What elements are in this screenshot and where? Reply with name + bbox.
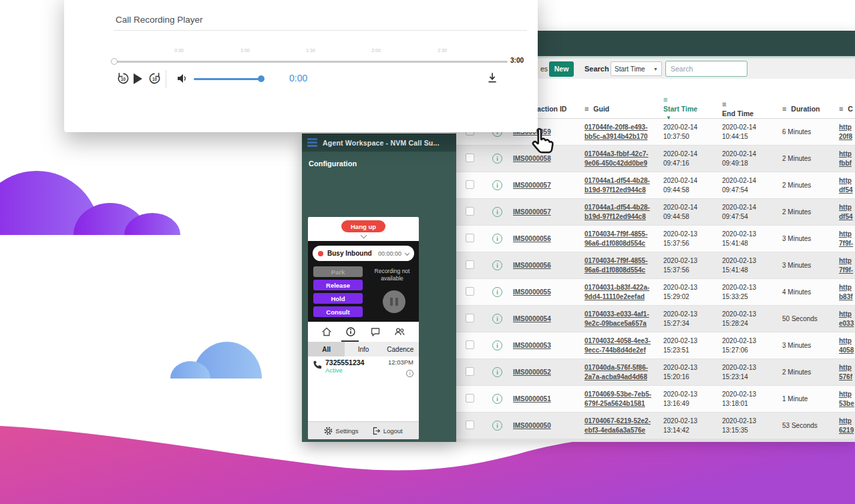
row-info-icon[interactable]: i [492,314,502,324]
row-checkbox[interactable] [466,154,474,162]
row-info-icon[interactable]: i [492,287,502,297]
row-info-icon[interactable]: i [492,180,502,190]
row-info-icon[interactable]: i [492,340,502,350]
seek-handle[interactable] [111,58,118,65]
elapsed-time: 0:00 [289,73,307,83]
chat-icon[interactable] [370,326,381,337]
park-button[interactable]: Park [313,266,363,277]
chevron-down-icon[interactable] [360,232,367,239]
pause-recording-button[interactable] [383,290,405,313]
download-button[interactable] [486,71,498,84]
tab-cadence[interactable]: Cadence [382,342,419,356]
interaction-id-link[interactable]: IMS0000054 [513,315,551,322]
row-checkbox[interactable] [466,260,474,269]
guid-link[interactable]: 017044a3-fbbf-42c7-9e06-450c42dd0be9 [584,150,663,168]
content-link[interactable]: httpe033 [839,310,855,328]
people-icon[interactable] [394,326,405,337]
row-checkbox[interactable] [466,340,474,349]
hold-button[interactable]: Hold [313,293,363,304]
guid-link[interactable]: 01704069-53be-7eb5-679f-25a5624b1581 [584,390,663,408]
interaction-id-link[interactable]: IMS0000057 [513,208,551,216]
volume-icon[interactable] [176,73,188,84]
volume-slider[interactable] [194,78,261,80]
row-info-icon[interactable]: i [492,260,502,270]
interaction-id-link[interactable]: IMS0000055 [513,288,551,296]
row-info-icon[interactable]: i [492,367,502,377]
row-checkbox[interactable] [466,207,474,216]
call-info-icon[interactable]: i [406,370,413,377]
table-row: i IMS0000057 017044a1-df54-4b28-b19d-97f… [456,172,855,199]
column-header-duration[interactable]: ≡ Duration [781,105,839,113]
duration-cell: 3 Minutes [781,235,839,242]
column-header-start-time[interactable]: ≡ Start Time ▼ [663,95,722,123]
volume-handle[interactable] [258,75,265,82]
call-status-pill[interactable]: Busy Inbound 00:00:00 [313,246,414,261]
tab-info[interactable]: Info [345,342,381,356]
guid-link[interactable]: 01704031-b83f-422a-9dd4-11110e2eefad [584,283,663,301]
interaction-id-link[interactable]: IMS0000050 [513,422,551,429]
interaction-id-link[interactable]: IMS0000056 [513,235,551,242]
column-header-guid[interactable]: ≡ Guid [584,105,663,113]
duration-cell: 50 Seconds [781,315,839,322]
settings-button[interactable]: Settings [324,427,358,435]
incoming-call-icon [312,360,322,370]
interaction-id-link[interactable]: IMS0000052 [513,368,551,376]
search-field-dropdown[interactable]: Start Time ▼ [611,61,662,76]
widget-empty-area [308,377,419,421]
content-link[interactable]: httpfbbf [839,150,855,168]
row-info-icon[interactable]: i [492,207,502,217]
row-checkbox[interactable] [466,367,474,376]
content-link[interactable]: httpdf54 [839,203,855,221]
content-link[interactable]: httpb83f [839,283,855,301]
guid-link[interactable]: 01704067-6219-52e2-ebf3-4eda6a3a576e [584,417,663,435]
active-call-row[interactable]: 7325551234 Active 12:03PM i [308,356,419,377]
menu-icon[interactable] [307,138,317,147]
logout-button[interactable]: Logout [372,427,403,435]
tab-all[interactable]: All [308,342,345,356]
new-button[interactable]: New [549,61,574,77]
info-tab-icon[interactable] [345,326,356,337]
hangup-button[interactable]: Hang up [341,220,385,232]
row-checkbox[interactable] [466,394,474,403]
seek-bar[interactable] [114,61,508,63]
play-button[interactable] [134,73,142,84]
content-link[interactable]: http4058 [839,336,855,354]
content-link[interactable]: http7f9f- [839,230,855,248]
column-header-end-time[interactable]: ≡ End Time [722,99,781,118]
interaction-id-link[interactable]: IMS0000053 [513,342,551,349]
home-icon[interactable] [321,326,332,337]
guid-link[interactable]: 01704034-7f9f-4855-96a6-d1f0808d554c [584,230,663,248]
content-link[interactable]: http7f9f- [839,256,855,274]
row-checkbox[interactable] [466,180,474,189]
guid-link[interactable]: 01704034-7f9f-4855-96a6-d1f0808d554c [584,256,663,274]
guid-link[interactable]: 01704033-e033-4af1-9e2c-09bace5a657a [584,310,663,328]
content-link[interactable]: http6219 [839,417,855,435]
row-checkbox[interactable] [466,314,474,322]
guid-link[interactable]: 01704032-4058-4ee3-9ecc-744b8d4de2ef [584,336,663,354]
forward-10-button[interactable]: 10 [148,71,162,85]
release-button[interactable]: Release [313,280,363,290]
interaction-id-link[interactable]: IMS0000056 [513,262,551,269]
interaction-id-link[interactable]: IMS0000057 [513,182,551,189]
content-link[interactable]: http20f8 [839,123,855,141]
guid-link[interactable]: 017044a1-df54-4b28-b19d-97f12ed944c8 [584,203,663,221]
content-link[interactable]: http53be [839,390,855,408]
content-link[interactable]: httpdf54 [839,176,855,194]
row-info-icon[interactable]: i [492,421,502,431]
column-header-content[interactable]: ≡ C [839,105,855,113]
search-input[interactable] [665,61,747,77]
row-checkbox[interactable] [466,287,474,296]
consult-button[interactable]: Consult [313,306,363,317]
rewind-10-button[interactable]: 10 [116,71,130,85]
row-info-icon[interactable]: i [492,394,502,404]
guid-link[interactable]: 017044fe-20f8-e493-bb5c-a3914b42b170 [584,123,663,141]
guid-link[interactable]: 017040da-576f-5f86-2a7a-acba94ad4d68 [584,363,663,381]
row-info-icon[interactable]: i [492,234,502,244]
row-info-icon[interactable]: i [492,154,502,164]
guid-link[interactable]: 017044a1-df54-4b28-b19d-97f12ed944c8 [584,176,663,194]
row-checkbox[interactable] [466,234,474,242]
content-link[interactable]: http576f [839,363,855,381]
row-checkbox[interactable] [466,421,474,429]
table-row: i IMS0000056 01704034-7f9f-4855-96a6-d1f… [456,252,855,279]
interaction-id-link[interactable]: IMS0000051 [513,395,551,403]
